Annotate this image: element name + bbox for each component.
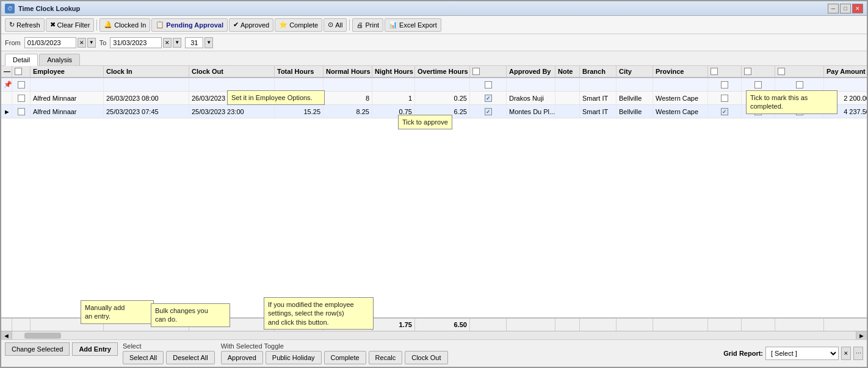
approved-toggle-button[interactable]: Approved	[221, 351, 263, 364]
header-approved-checkbox[interactable]	[472, 68, 480, 75]
row1-app-checkbox[interactable]	[485, 95, 492, 102]
row2-branch: Smart IT	[580, 105, 617, 118]
filter-night	[372, 78, 415, 91]
header-public-holiday	[775, 66, 824, 77]
grid-report-label: Grid Report:	[723, 350, 763, 357]
hscroll-left[interactable]: ◄	[1, 331, 12, 340]
filter-sun	[742, 78, 775, 91]
window-controls: ─ □ ✕	[828, 4, 863, 13]
to-date-input[interactable]	[110, 37, 162, 48]
row2-app-checkbox[interactable]	[485, 108, 492, 115]
tooltip-with-selected: Bulk changes you can do.	[151, 303, 230, 327]
totals-sel	[12, 319, 31, 331]
add-entry-button[interactable]: Add Entry	[72, 342, 118, 356]
day-wrap: 31 ▼	[185, 37, 213, 48]
with-selected-section: With Selected Toggle Approved Public Hol…	[221, 342, 448, 364]
row1-sat	[708, 92, 742, 104]
row1-normal: 8	[324, 92, 372, 104]
deselect-all-button[interactable]: Deselect All	[166, 351, 214, 364]
app-icon: ⏱	[5, 4, 15, 13]
public-holiday-button[interactable]: Public Holiday	[266, 351, 322, 364]
recalc-button[interactable]: Recalc	[369, 351, 403, 364]
tooltip-add-entry: Manually add an entry.	[81, 300, 154, 324]
header-pin: —	[1, 66, 12, 77]
grid-report-clear[interactable]: ✕	[841, 347, 851, 360]
hscroll-thumb[interactable]	[24, 333, 61, 339]
from-date-input[interactable]	[24, 37, 76, 48]
maximize-button[interactable]: □	[840, 4, 851, 13]
clocked-in-button[interactable]: 🔔 Clocked In	[99, 18, 150, 32]
filter-sat-checkbox[interactable]	[721, 81, 728, 88]
grid-area: — Employee Clock In Clock Out Total Hour…	[1, 66, 867, 339]
header-pub-checkbox[interactable]	[778, 68, 785, 75]
day-value: 31	[185, 37, 203, 48]
tab-detail[interactable]: Detail	[5, 54, 38, 66]
horizontal-scrollbar[interactable]: ◄ ►	[1, 331, 867, 339]
clear-filter-button[interactable]: ✖ Clear Filter	[46, 18, 95, 32]
to-label: To	[99, 39, 107, 46]
select-all-button[interactable]: Select All	[123, 351, 164, 364]
header-sun-checkbox[interactable]	[744, 68, 751, 75]
from-label: From	[5, 39, 21, 46]
row2-pin: ►	[1, 105, 12, 118]
row1-clock-in: 26/03/2023 08:00	[104, 92, 189, 104]
header-sat-checkbox[interactable]	[711, 68, 718, 75]
close-button[interactable]: ✕	[852, 4, 863, 13]
to-date-dropdown[interactable]: ▼	[173, 38, 181, 48]
header-checkbox[interactable]	[15, 68, 22, 75]
tooltip-tick-approve: Tick to approve	[398, 115, 452, 129]
title-bar: ⏱ Time Clock Lookup ─ □ ✕	[1, 1, 867, 16]
sep1	[96, 20, 97, 31]
grid-scroll[interactable]: 📌	[1, 78, 867, 317]
header-province: Province	[653, 66, 708, 77]
row1-checkbox[interactable]	[18, 95, 25, 102]
row2-sel	[12, 105, 31, 118]
to-date-clear[interactable]: ✕	[163, 38, 172, 48]
filter-app-checkbox[interactable]	[485, 81, 492, 88]
row1-night: 1	[372, 92, 415, 104]
from-date-dropdown[interactable]: ▼	[87, 38, 96, 48]
clock-out-button[interactable]: Clock Out	[405, 351, 447, 364]
grid-report-menu[interactable]: ⋯	[853, 347, 863, 360]
totals-pin	[1, 319, 12, 331]
row2-appby: Montes Du Pl...	[507, 105, 555, 118]
table-row[interactable]: Alfred Minnaar 26/03/2023 08:00 26/03/20…	[1, 92, 867, 105]
header-branch: Branch	[580, 66, 617, 77]
totals-city	[617, 319, 653, 331]
filter-checkbox[interactable]	[18, 81, 25, 88]
tabs-bar: Detail Analysis	[1, 51, 867, 66]
totals-pub	[775, 319, 824, 331]
excel-export-button[interactable]: 📊 Excel Export	[385, 18, 441, 32]
change-selected-button[interactable]: Change Selected	[5, 342, 70, 356]
day-dropdown[interactable]: ▼	[204, 37, 213, 48]
row1-ot: 0.25	[415, 92, 470, 104]
filter-ci	[104, 78, 189, 91]
header-pay-amount: Pay Amount	[824, 66, 867, 77]
pending-approval-button[interactable]: 📋 Pending Approval	[151, 18, 228, 32]
filter-total	[275, 78, 324, 91]
all-button[interactable]: ⊙ All	[324, 18, 347, 32]
filter-sun-checkbox[interactable]	[754, 81, 762, 88]
row1-sat-checkbox[interactable]	[721, 95, 728, 102]
print-button[interactable]: 🖨 Print	[352, 18, 383, 32]
complete-button[interactable]: ⭐ Complete	[275, 18, 322, 32]
complete-toggle-button[interactable]: Complete	[324, 351, 366, 364]
grid-report-select[interactable]: [ Select ]	[765, 347, 839, 360]
from-date-clear[interactable]: ✕	[78, 38, 86, 48]
grid-report-section: Grid Report: [ Select ] ✕ ⋯	[723, 347, 863, 360]
filter-pub-checkbox[interactable]	[796, 81, 803, 88]
tab-analysis[interactable]: Analysis	[39, 54, 80, 65]
header-normal-hours: Normal Hours	[324, 66, 372, 77]
header-approved	[470, 66, 507, 77]
approved-button[interactable]: ✔ Approved	[229, 18, 273, 32]
filter-employee	[31, 78, 104, 91]
hscroll-right[interactable]: ►	[856, 331, 867, 340]
minimize-button[interactable]: ─	[828, 4, 839, 13]
filter-branch	[580, 78, 617, 91]
row1-prov: Western Cape	[653, 92, 708, 104]
row2-sat-checkbox[interactable]	[721, 108, 728, 115]
bottom-panel: Manually add an entry. Bulk changes you …	[1, 339, 867, 367]
refresh-button[interactable]: ↻ Refresh	[5, 18, 45, 32]
row2-checkbox[interactable]	[18, 108, 25, 115]
totals-note	[555, 319, 580, 331]
